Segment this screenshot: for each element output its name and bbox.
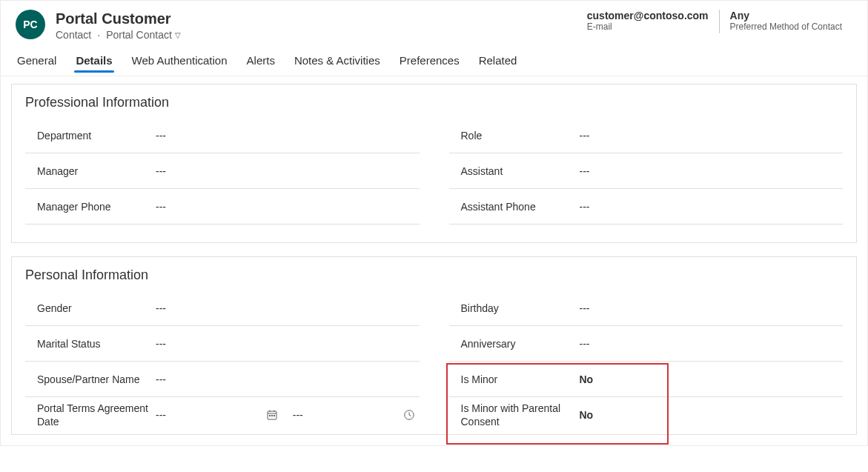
field-is-minor-parental-consent[interactable]: Is Minor with Parental Consent No [449, 397, 844, 433]
section-professional: Professional Information Department --- … [11, 84, 857, 243]
tab-alerts[interactable]: Alerts [245, 47, 276, 76]
calendar-icon[interactable] [262, 409, 282, 421]
field-value: --- [151, 373, 420, 385]
section-personal-left: Gender --- Marital Status --- Spouse/Par… [25, 290, 420, 433]
field-label: Is Minor [449, 373, 575, 386]
field-gender[interactable]: Gender --- [25, 290, 420, 326]
title-block: Portal Customer Contact · Portal Contact… [56, 10, 577, 41]
header-contact-method-value: Any [730, 10, 842, 21]
field-label: Spouse/Partner Name [25, 373, 151, 386]
svg-rect-4 [269, 415, 271, 416]
field-label: Role [449, 129, 575, 142]
clock-icon[interactable] [399, 409, 420, 421]
field-value: --- [575, 165, 844, 177]
header-email-block[interactable]: customer@contoso.com E-mail [577, 10, 719, 32]
chevron-down-icon: ▽ [175, 31, 181, 39]
form-body: Professional Information Department --- … [1, 76, 867, 445]
field-birthday[interactable]: Birthday --- [449, 290, 844, 326]
field-label: Marital Status [25, 337, 151, 350]
field-label: Birthday [449, 302, 575, 315]
section-professional-right: Role --- Assistant --- Assistant Phone -… [449, 118, 844, 225]
field-spouse-partner[interactable]: Spouse/Partner Name --- [25, 362, 420, 397]
field-assistant[interactable]: Assistant --- [449, 153, 844, 189]
section-personal: Personal Information Gender --- Marital … [11, 256, 857, 435]
field-department[interactable]: Department --- [25, 118, 420, 153]
svg-rect-5 [271, 415, 273, 416]
tabstrip: General Details Web Authentication Alert… [1, 47, 867, 76]
avatar: PC [16, 10, 45, 39]
field-label: Is Minor with Parental Consent [449, 402, 575, 428]
field-marital-status[interactable]: Marital Status --- [25, 326, 420, 362]
tab-details[interactable]: Details [74, 47, 113, 76]
tab-preferences[interactable]: Preferences [398, 47, 461, 76]
field-label: Gender [25, 302, 151, 315]
field-value: --- [575, 201, 844, 213]
subtitle-row: Contact · Portal Contact ▽ [56, 29, 577, 41]
header-contact-method-block[interactable]: Any Preferred Method of Contact [720, 10, 852, 32]
form-name: Portal Contact [106, 29, 172, 41]
header-right: customer@contoso.com E-mail Any Preferre… [577, 10, 852, 33]
tab-notes-activities[interactable]: Notes & Activities [293, 47, 382, 76]
field-label: Assistant [449, 164, 575, 178]
field-value-time: --- [282, 409, 399, 421]
field-anniversary[interactable]: Anniversary --- [449, 326, 844, 362]
record-title: Portal Customer [56, 10, 577, 27]
field-label: Assistant Phone [449, 200, 575, 213]
separator-dot: · [94, 29, 103, 41]
field-value: --- [151, 338, 420, 350]
field-is-minor[interactable]: Is Minor No [449, 362, 844, 397]
field-portal-terms-agreement-date[interactable]: Portal Terms Agreement Date --- [25, 397, 420, 433]
field-role[interactable]: Role --- [449, 118, 844, 153]
form-selector[interactable]: Portal Contact ▽ [106, 29, 181, 41]
field-label: Department [25, 129, 151, 142]
field-value: --- [575, 338, 844, 350]
field-label: Manager [25, 164, 151, 178]
header-contact-method-label: Preferred Method of Contact [730, 21, 842, 32]
form-shell: PC Portal Customer Contact · Portal Cont… [0, 0, 868, 446]
section-professional-left: Department --- Manager --- Manager Phone… [25, 118, 420, 225]
section-personal-right: Birthday --- Anniversary --- Is Minor No… [449, 290, 844, 433]
svg-line-9 [409, 415, 411, 416]
header-email-value: customer@contoso.com [587, 10, 709, 21]
field-label: Portal Terms Agreement Date [25, 402, 151, 428]
field-value: --- [151, 302, 420, 314]
field-value: No [575, 373, 844, 385]
section-title-professional: Professional Information [25, 95, 843, 110]
tab-general[interactable]: General [16, 47, 58, 76]
form-header: PC Portal Customer Contact · Portal Cont… [1, 1, 867, 47]
field-assistant-phone[interactable]: Assistant Phone --- [449, 189, 844, 225]
field-value: --- [151, 201, 420, 213]
tab-related[interactable]: Related [477, 47, 519, 76]
field-label: Anniversary [449, 337, 575, 350]
tab-web-authentication[interactable]: Web Authentication [130, 47, 229, 76]
field-value: No [575, 409, 844, 421]
field-value: --- [575, 302, 844, 314]
header-email-label: E-mail [587, 21, 709, 32]
field-value: --- [575, 130, 844, 142]
field-manager[interactable]: Manager --- [25, 153, 420, 189]
section-title-personal: Personal Information [25, 267, 843, 283]
field-value-date: --- [151, 409, 262, 421]
field-value: --- [151, 165, 420, 177]
entity-label: Contact [56, 29, 91, 41]
field-manager-phone[interactable]: Manager Phone --- [25, 189, 420, 225]
field-value: --- [151, 130, 420, 142]
svg-rect-6 [274, 415, 275, 416]
field-label: Manager Phone [25, 200, 151, 213]
